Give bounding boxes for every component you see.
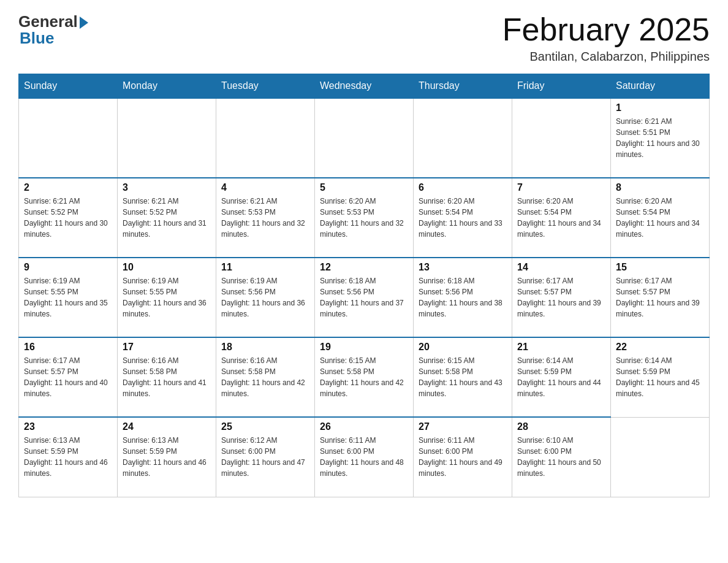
day-info: Sunrise: 6:17 AM Sunset: 5:57 PM Dayligh…: [517, 275, 605, 320]
day-number: 23: [24, 421, 112, 432]
day-number: 27: [419, 421, 507, 432]
day-info: Sunrise: 6:16 AM Sunset: 5:58 PM Dayligh…: [221, 355, 309, 399]
calendar-cell: 22Sunrise: 6:14 AM Sunset: 5:59 PM Dayli…: [611, 337, 710, 417]
day-info: Sunrise: 6:11 AM Sunset: 6:00 PM Dayligh…: [320, 435, 408, 479]
calendar-cell: 8Sunrise: 6:20 AM Sunset: 5:54 PM Daylig…: [611, 178, 710, 258]
calendar-cell: 13Sunrise: 6:18 AM Sunset: 5:56 PM Dayli…: [414, 258, 512, 337]
day-number: 7: [517, 182, 605, 193]
calendar-cell: [19, 98, 118, 178]
weekday-header-saturday: Saturday: [611, 74, 710, 99]
calendar-cell: 24Sunrise: 6:13 AM Sunset: 5:59 PM Dayli…: [118, 417, 216, 497]
day-number: 3: [123, 182, 211, 193]
logo-blue-text: Blue: [20, 29, 54, 48]
day-info: Sunrise: 6:20 AM Sunset: 5:53 PM Dayligh…: [320, 196, 408, 240]
day-info: Sunrise: 6:19 AM Sunset: 5:56 PM Dayligh…: [221, 275, 309, 320]
calendar-week-row: 9Sunrise: 6:19 AM Sunset: 5:55 PM Daylig…: [19, 258, 710, 337]
day-number: 9: [24, 262, 112, 273]
calendar-header-row: SundayMondayTuesdayWednesdayThursdayFrid…: [19, 74, 710, 99]
day-info: Sunrise: 6:18 AM Sunset: 5:56 PM Dayligh…: [419, 275, 507, 320]
calendar-cell: 7Sunrise: 6:20 AM Sunset: 5:54 PM Daylig…: [512, 178, 611, 258]
day-number: 4: [221, 182, 309, 193]
calendar-cell: 4Sunrise: 6:21 AM Sunset: 5:53 PM Daylig…: [216, 178, 315, 258]
day-info: Sunrise: 6:20 AM Sunset: 5:54 PM Dayligh…: [517, 196, 605, 240]
day-info: Sunrise: 6:11 AM Sunset: 6:00 PM Dayligh…: [419, 435, 507, 479]
calendar-cell: 9Sunrise: 6:19 AM Sunset: 5:55 PM Daylig…: [19, 258, 118, 337]
day-info: Sunrise: 6:14 AM Sunset: 5:59 PM Dayligh…: [616, 355, 704, 399]
calendar-cell: [512, 98, 611, 178]
day-number: 2: [24, 182, 112, 193]
page-header: General Blue February 2025 Bantilan, Cal…: [18, 12, 710, 64]
day-info: Sunrise: 6:14 AM Sunset: 5:59 PM Dayligh…: [517, 355, 605, 399]
calendar-cell: 16Sunrise: 6:17 AM Sunset: 5:57 PM Dayli…: [19, 337, 118, 417]
day-number: 15: [616, 262, 704, 273]
day-info: Sunrise: 6:21 AM Sunset: 5:52 PM Dayligh…: [123, 196, 211, 240]
day-number: 28: [517, 421, 605, 432]
day-info: Sunrise: 6:13 AM Sunset: 5:59 PM Dayligh…: [24, 435, 112, 479]
calendar-cell: 17Sunrise: 6:16 AM Sunset: 5:58 PM Dayli…: [118, 337, 216, 417]
day-info: Sunrise: 6:16 AM Sunset: 5:58 PM Dayligh…: [123, 355, 211, 399]
calendar-cell: 15Sunrise: 6:17 AM Sunset: 5:57 PM Dayli…: [611, 258, 710, 337]
day-info: Sunrise: 6:15 AM Sunset: 5:58 PM Dayligh…: [320, 355, 408, 399]
calendar-cell: 20Sunrise: 6:15 AM Sunset: 5:58 PM Dayli…: [414, 337, 512, 417]
calendar-cell: [315, 98, 414, 178]
day-number: 5: [320, 182, 408, 193]
weekday-header-wednesday: Wednesday: [315, 74, 414, 99]
day-number: 21: [517, 342, 605, 353]
calendar-cell: [118, 98, 216, 178]
calendar-cell: 28Sunrise: 6:10 AM Sunset: 6:00 PM Dayli…: [512, 417, 611, 497]
day-number: 6: [419, 182, 507, 193]
day-number: 20: [419, 342, 507, 353]
calendar-cell: 18Sunrise: 6:16 AM Sunset: 5:58 PM Dayli…: [216, 337, 315, 417]
day-number: 24: [123, 421, 211, 432]
day-number: 19: [320, 342, 408, 353]
day-info: Sunrise: 6:19 AM Sunset: 5:55 PM Dayligh…: [123, 275, 211, 320]
day-number: 17: [123, 342, 211, 353]
logo: General Blue: [18, 12, 88, 48]
calendar-table: SundayMondayTuesdayWednesdayThursdayFrid…: [18, 74, 710, 497]
weekday-header-thursday: Thursday: [414, 74, 512, 99]
calendar-cell: 14Sunrise: 6:17 AM Sunset: 5:57 PM Dayli…: [512, 258, 611, 337]
calendar-title: February 2025: [502, 12, 710, 47]
day-number: 16: [24, 342, 112, 353]
weekday-header-sunday: Sunday: [19, 74, 118, 99]
day-number: 1: [616, 102, 704, 113]
day-number: 11: [221, 262, 309, 273]
calendar-cell: 25Sunrise: 6:12 AM Sunset: 6:00 PM Dayli…: [216, 417, 315, 497]
day-info: Sunrise: 6:17 AM Sunset: 5:57 PM Dayligh…: [616, 275, 704, 320]
calendar-week-row: 1Sunrise: 6:21 AM Sunset: 5:51 PM Daylig…: [19, 98, 710, 178]
calendar-cell: 26Sunrise: 6:11 AM Sunset: 6:00 PM Dayli…: [315, 417, 414, 497]
calendar-cell: 27Sunrise: 6:11 AM Sunset: 6:00 PM Dayli…: [414, 417, 512, 497]
calendar-cell: 12Sunrise: 6:18 AM Sunset: 5:56 PM Dayli…: [315, 258, 414, 337]
calendar-cell: 19Sunrise: 6:15 AM Sunset: 5:58 PM Dayli…: [315, 337, 414, 417]
calendar-cell: 6Sunrise: 6:20 AM Sunset: 5:54 PM Daylig…: [414, 178, 512, 258]
day-number: 13: [419, 262, 507, 273]
day-number: 10: [123, 262, 211, 273]
day-info: Sunrise: 6:15 AM Sunset: 5:58 PM Dayligh…: [419, 355, 507, 399]
day-info: Sunrise: 6:20 AM Sunset: 5:54 PM Dayligh…: [616, 196, 704, 240]
calendar-week-row: 16Sunrise: 6:17 AM Sunset: 5:57 PM Dayli…: [19, 337, 710, 417]
day-number: 22: [616, 342, 704, 353]
calendar-subtitle: Bantilan, Calabarzon, Philippines: [502, 50, 710, 64]
weekday-header-tuesday: Tuesday: [216, 74, 315, 99]
calendar-week-row: 23Sunrise: 6:13 AM Sunset: 5:59 PM Dayli…: [19, 417, 710, 497]
day-info: Sunrise: 6:21 AM Sunset: 5:52 PM Dayligh…: [24, 196, 112, 240]
day-number: 25: [221, 421, 309, 432]
day-info: Sunrise: 6:20 AM Sunset: 5:54 PM Dayligh…: [419, 196, 507, 240]
title-section: February 2025 Bantilan, Calabarzon, Phil…: [502, 12, 710, 64]
calendar-cell: 5Sunrise: 6:20 AM Sunset: 5:53 PM Daylig…: [315, 178, 414, 258]
weekday-header-monday: Monday: [118, 74, 216, 99]
calendar-cell: 10Sunrise: 6:19 AM Sunset: 5:55 PM Dayli…: [118, 258, 216, 337]
calendar-cell: [216, 98, 315, 178]
calendar-week-row: 2Sunrise: 6:21 AM Sunset: 5:52 PM Daylig…: [19, 178, 710, 258]
day-info: Sunrise: 6:12 AM Sunset: 6:00 PM Dayligh…: [221, 435, 309, 479]
calendar-cell: 21Sunrise: 6:14 AM Sunset: 5:59 PM Dayli…: [512, 337, 611, 417]
day-info: Sunrise: 6:17 AM Sunset: 5:57 PM Dayligh…: [24, 355, 112, 399]
calendar-cell: 11Sunrise: 6:19 AM Sunset: 5:56 PM Dayli…: [216, 258, 315, 337]
calendar-cell: 23Sunrise: 6:13 AM Sunset: 5:59 PM Dayli…: [19, 417, 118, 497]
day-info: Sunrise: 6:13 AM Sunset: 5:59 PM Dayligh…: [123, 435, 211, 479]
calendar-cell: 2Sunrise: 6:21 AM Sunset: 5:52 PM Daylig…: [19, 178, 118, 258]
day-info: Sunrise: 6:10 AM Sunset: 6:00 PM Dayligh…: [517, 435, 605, 479]
day-number: 12: [320, 262, 408, 273]
calendar-cell: [611, 417, 710, 497]
logo-arrow-icon: [80, 17, 88, 29]
